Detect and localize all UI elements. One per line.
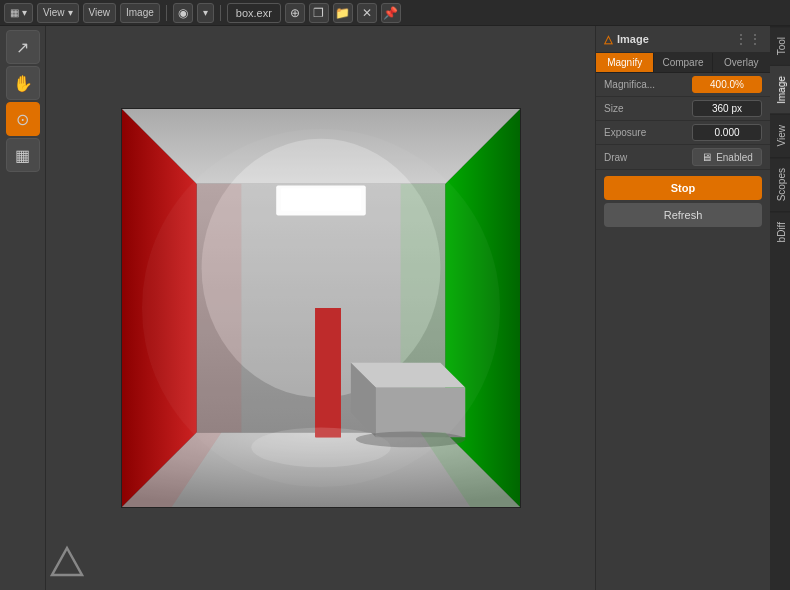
blender-logo [50, 545, 85, 582]
tab-compare-label: Compare [662, 57, 703, 68]
canvas-area [46, 26, 595, 590]
image-menu-btn[interactable]: Image [120, 3, 160, 23]
magnification-label: Magnifica... [604, 79, 655, 90]
copy-btn[interactable]: ❐ [309, 3, 329, 23]
side-tab-image-label: Image [776, 76, 787, 104]
view2-btn[interactable]: View [83, 3, 117, 23]
side-tab-tool-label: Tool [776, 37, 787, 55]
folder-icon: 📁 [335, 6, 350, 20]
copy-icon: ❐ [313, 6, 324, 20]
svg-point-16 [251, 427, 390, 467]
top-menu-bar: ▦ ▾ View ▾ View Image ◉ ▾ box.exr ⊕ ❐ 📁 … [0, 0, 790, 26]
draw-label: Draw [604, 152, 627, 163]
draw-row: Draw 🖥 Enabled [596, 145, 770, 170]
side-tab-scopes-label: Scopes [776, 168, 787, 201]
editor-dropdown-arrow: ▾ [22, 7, 27, 18]
close-btn[interactable]: ✕ [357, 3, 377, 23]
refresh-button[interactable]: Refresh [604, 203, 762, 227]
tab-overlay[interactable]: Overlay [713, 53, 770, 72]
tab-magnify-label: Magnify [607, 57, 642, 68]
hand-icon: ✋ [13, 74, 33, 93]
tab-magnify[interactable]: Magnify [596, 53, 654, 72]
image-label: Image [126, 7, 154, 18]
editor-icon: ▦ [10, 7, 19, 18]
size-value[interactable]: 360 px [692, 100, 762, 117]
checker-tool-btn[interactable]: ▦ [6, 138, 40, 172]
folder-btn[interactable]: 📁 [333, 3, 353, 23]
magnification-row: Magnifica... 400.0% [596, 73, 770, 97]
zoom-tool-btn[interactable]: ⊙ [6, 102, 40, 136]
side-tab-view[interactable]: View [770, 114, 790, 157]
separator-1 [166, 5, 167, 21]
view-arrow: ▾ [68, 7, 73, 18]
shield-icon: ⊕ [290, 6, 300, 20]
left-toolbar: ↗ ✋ ⊙ ▦ [0, 26, 46, 590]
panel-spacer [596, 233, 770, 590]
side-tab-image[interactable]: Image [770, 65, 790, 114]
side-tab-tool[interactable]: Tool [770, 26, 790, 65]
magnification-value[interactable]: 400.0% [692, 76, 762, 93]
view-label: View [43, 7, 65, 18]
hand-tool-btn[interactable]: ✋ [6, 66, 40, 100]
filename-text: box.exr [236, 7, 272, 19]
panel-title-icon: △ [604, 33, 612, 46]
render-image [121, 108, 521, 508]
side-tab-scopes[interactable]: Scopes [770, 157, 790, 211]
size-label: Size [604, 103, 623, 114]
tab-compare[interactable]: Compare [654, 53, 712, 72]
right-panel: △ Image ⋮⋮ Magnify Compare Overlay Ma [595, 26, 770, 590]
separator-2 [220, 5, 221, 21]
size-row: Size 360 px [596, 97, 770, 121]
cursor-icon: ↗ [16, 38, 29, 57]
exposure-label: Exposure [604, 127, 646, 138]
panel-title-text: Image [617, 33, 649, 45]
right-section: △ Image ⋮⋮ Magnify Compare Overlay Ma [595, 26, 790, 590]
exposure-value[interactable]: 0.000 [692, 124, 762, 141]
zoom-icon: ⊙ [16, 110, 29, 129]
panel-title: △ Image [604, 33, 649, 46]
editor-type-btn[interactable]: ▦ ▾ [4, 3, 33, 23]
cursor-tool-btn[interactable]: ↗ [6, 30, 40, 64]
render-icon-btn[interactable]: ◉ [173, 3, 193, 23]
panel-options-btn[interactable]: ⋮⋮ [734, 31, 762, 47]
draw-value[interactable]: 🖥 Enabled [692, 148, 762, 166]
main-content: ↗ ✋ ⊙ ▦ [0, 26, 790, 590]
render-arrow: ▾ [203, 7, 208, 18]
panel-header: △ Image ⋮⋮ [596, 26, 770, 53]
cornell-box-svg [122, 109, 520, 507]
close-icon: ✕ [362, 6, 372, 20]
draw-monitor-icon: 🖥 [701, 151, 712, 163]
panel-tabs: Magnify Compare Overlay [596, 53, 770, 73]
filename-display: box.exr [227, 3, 281, 23]
render-icon: ◉ [178, 6, 188, 20]
view-btn[interactable]: View ▾ [37, 3, 79, 23]
stop-button[interactable]: Stop [604, 176, 762, 200]
checker-icon: ▦ [15, 146, 30, 165]
shield-btn[interactable]: ⊕ [285, 3, 305, 23]
side-tab-bdiff[interactable]: bDiff [770, 211, 790, 252]
draw-enabled-text: Enabled [716, 152, 753, 163]
view2-label: View [89, 7, 111, 18]
tab-overlay-label: Overlay [724, 57, 758, 68]
exposure-row: Exposure 0.000 [596, 121, 770, 145]
side-tab-bdiff-label: bDiff [776, 222, 787, 242]
pin-icon: 📌 [383, 6, 398, 20]
svg-marker-21 [52, 548, 82, 575]
side-tab-view-label: View [776, 125, 787, 147]
pin-btn[interactable]: 📌 [381, 3, 401, 23]
render-dropdown-btn[interactable]: ▾ [197, 3, 214, 23]
side-tab-bar: Tool Image View Scopes bDiff [770, 26, 790, 590]
